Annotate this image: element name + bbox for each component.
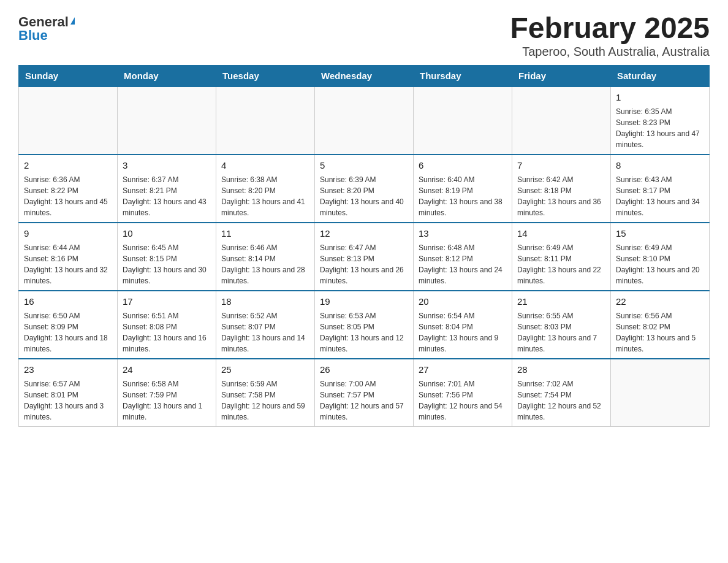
calendar-cell-w2-d1: 2Sunrise: 6:36 AMSunset: 8:22 PMDaylight… xyxy=(19,155,118,223)
header-thursday: Thursday xyxy=(414,65,512,86)
day-number: 16 xyxy=(24,295,112,308)
day-number: 23 xyxy=(24,363,112,376)
day-info: Sunrise: 7:01 AMSunset: 7:56 PMDaylight:… xyxy=(419,378,507,423)
day-number: 12 xyxy=(320,227,408,240)
page-subtitle: Taperoo, South Australia, Australia xyxy=(510,45,710,59)
day-number: 6 xyxy=(419,159,507,172)
day-number: 14 xyxy=(517,227,605,240)
calendar-cell-w3-d1: 9Sunrise: 6:44 AMSunset: 8:16 PMDaylight… xyxy=(19,223,118,291)
day-info: Sunrise: 6:54 AMSunset: 8:04 PMDaylight:… xyxy=(419,310,507,354)
calendar-week-1: 1Sunrise: 6:35 AMSunset: 8:23 PMDaylight… xyxy=(19,86,710,155)
calendar-cell-w4-d6: 21Sunrise: 6:55 AMSunset: 8:03 PMDayligh… xyxy=(512,291,611,359)
day-number: 15 xyxy=(616,227,704,240)
day-number: 7 xyxy=(517,159,605,172)
calendar-cell-w2-d4: 5Sunrise: 6:39 AMSunset: 8:20 PMDaylight… xyxy=(315,155,414,223)
day-info: Sunrise: 6:40 AMSunset: 8:19 PMDaylight:… xyxy=(419,174,507,218)
day-info: Sunrise: 6:52 AMSunset: 8:07 PMDaylight:… xyxy=(221,310,309,354)
title-section: February 2025 Taperoo, South Australia, … xyxy=(510,12,710,59)
calendar-table: SundayMondayTuesdayWednesdayThursdayFrid… xyxy=(18,65,710,427)
calendar-cell-w5-d1: 23Sunrise: 6:57 AMSunset: 8:01 PMDayligh… xyxy=(19,359,118,427)
day-number: 3 xyxy=(123,159,211,172)
day-info: Sunrise: 6:59 AMSunset: 7:58 PMDaylight:… xyxy=(221,378,309,423)
calendar-cell-w1-d3 xyxy=(216,86,315,155)
calendar-cell-w3-d2: 10Sunrise: 6:45 AMSunset: 8:15 PMDayligh… xyxy=(118,223,216,291)
calendar-cell-w5-d2: 24Sunrise: 6:58 AMSunset: 7:59 PMDayligh… xyxy=(118,359,216,427)
day-number: 11 xyxy=(221,227,309,240)
calendar-cell-w1-d6 xyxy=(512,86,611,155)
calendar-cell-w1-d1 xyxy=(19,86,118,155)
calendar-cell-w5-d3: 25Sunrise: 6:59 AMSunset: 7:58 PMDayligh… xyxy=(216,359,315,427)
day-info: Sunrise: 6:35 AMSunset: 8:23 PMDaylight:… xyxy=(616,106,704,150)
day-info: Sunrise: 6:36 AMSunset: 8:22 PMDaylight:… xyxy=(24,174,112,218)
calendar-cell-w3-d4: 12Sunrise: 6:47 AMSunset: 8:13 PMDayligh… xyxy=(315,223,414,291)
calendar-cell-w2-d2: 3Sunrise: 6:37 AMSunset: 8:21 PMDaylight… xyxy=(118,155,216,223)
day-number: 1 xyxy=(616,91,704,104)
day-number: 18 xyxy=(221,295,309,308)
calendar-cell-w4-d5: 20Sunrise: 6:54 AMSunset: 8:04 PMDayligh… xyxy=(414,291,512,359)
calendar-header-row: SundayMondayTuesdayWednesdayThursdayFrid… xyxy=(19,65,710,86)
day-number: 27 xyxy=(419,363,507,376)
calendar-cell-w1-d4 xyxy=(315,86,414,155)
calendar-cell-w2-d7: 8Sunrise: 6:43 AMSunset: 8:17 PMDaylight… xyxy=(611,155,710,223)
day-info: Sunrise: 6:44 AMSunset: 8:16 PMDaylight:… xyxy=(24,242,112,286)
calendar-cell-w4-d1: 16Sunrise: 6:50 AMSunset: 8:09 PMDayligh… xyxy=(19,291,118,359)
calendar-cell-w3-d7: 15Sunrise: 6:49 AMSunset: 8:10 PMDayligh… xyxy=(611,223,710,291)
calendar-cell-w2-d6: 7Sunrise: 6:42 AMSunset: 8:18 PMDaylight… xyxy=(512,155,611,223)
day-number: 20 xyxy=(419,295,507,308)
logo-general-text: General xyxy=(18,15,69,29)
day-number: 21 xyxy=(517,295,605,308)
logo-blue-text: Blue xyxy=(18,29,48,42)
day-number: 22 xyxy=(616,295,704,308)
day-info: Sunrise: 6:39 AMSunset: 8:20 PMDaylight:… xyxy=(320,174,408,218)
day-info: Sunrise: 6:57 AMSunset: 8:01 PMDaylight:… xyxy=(24,378,112,423)
header-monday: Monday xyxy=(118,65,216,86)
calendar-week-4: 16Sunrise: 6:50 AMSunset: 8:09 PMDayligh… xyxy=(19,291,710,359)
day-number: 26 xyxy=(320,363,408,376)
day-info: Sunrise: 6:42 AMSunset: 8:18 PMDaylight:… xyxy=(517,174,605,218)
day-number: 17 xyxy=(123,295,211,308)
day-number: 19 xyxy=(320,295,408,308)
calendar-cell-w5-d5: 27Sunrise: 7:01 AMSunset: 7:56 PMDayligh… xyxy=(414,359,512,427)
calendar-cell-w3-d5: 13Sunrise: 6:48 AMSunset: 8:12 PMDayligh… xyxy=(414,223,512,291)
day-info: Sunrise: 6:45 AMSunset: 8:15 PMDaylight:… xyxy=(123,242,211,286)
day-info: Sunrise: 6:51 AMSunset: 8:08 PMDaylight:… xyxy=(123,310,211,354)
calendar-cell-w4-d7: 22Sunrise: 6:56 AMSunset: 8:02 PMDayligh… xyxy=(611,291,710,359)
day-info: Sunrise: 6:55 AMSunset: 8:03 PMDaylight:… xyxy=(517,310,605,354)
day-info: Sunrise: 7:00 AMSunset: 7:57 PMDaylight:… xyxy=(320,378,408,423)
day-info: Sunrise: 6:49 AMSunset: 8:11 PMDaylight:… xyxy=(517,242,605,286)
day-number: 5 xyxy=(320,159,408,172)
day-info: Sunrise: 6:46 AMSunset: 8:14 PMDaylight:… xyxy=(221,242,309,286)
calendar-cell-w1-d7: 1Sunrise: 6:35 AMSunset: 8:23 PMDaylight… xyxy=(611,86,710,155)
logo-triangle-icon xyxy=(70,17,75,25)
header-friday: Friday xyxy=(512,65,611,86)
calendar-cell-w1-d2 xyxy=(118,86,216,155)
day-info: Sunrise: 6:37 AMSunset: 8:21 PMDaylight:… xyxy=(123,174,211,218)
calendar-cell-w4-d3: 18Sunrise: 6:52 AMSunset: 8:07 PMDayligh… xyxy=(216,291,315,359)
day-number: 8 xyxy=(616,159,704,172)
calendar-cell-w2-d5: 6Sunrise: 6:40 AMSunset: 8:19 PMDaylight… xyxy=(414,155,512,223)
calendar-cell-w4-d2: 17Sunrise: 6:51 AMSunset: 8:08 PMDayligh… xyxy=(118,291,216,359)
day-info: Sunrise: 6:53 AMSunset: 8:05 PMDaylight:… xyxy=(320,310,408,354)
calendar-week-3: 9Sunrise: 6:44 AMSunset: 8:16 PMDaylight… xyxy=(19,223,710,291)
page-title: February 2025 xyxy=(510,12,710,45)
day-number: 2 xyxy=(24,159,112,172)
calendar-cell-w3-d6: 14Sunrise: 6:49 AMSunset: 8:11 PMDayligh… xyxy=(512,223,611,291)
calendar-cell-w3-d3: 11Sunrise: 6:46 AMSunset: 8:14 PMDayligh… xyxy=(216,223,315,291)
day-info: Sunrise: 6:47 AMSunset: 8:13 PMDaylight:… xyxy=(320,242,408,286)
day-number: 24 xyxy=(123,363,211,376)
logo: General Blue xyxy=(18,12,75,42)
day-info: Sunrise: 6:48 AMSunset: 8:12 PMDaylight:… xyxy=(419,242,507,286)
day-number: 10 xyxy=(123,227,211,240)
day-info: Sunrise: 7:02 AMSunset: 7:54 PMDaylight:… xyxy=(517,378,605,423)
calendar-cell-w5-d7 xyxy=(611,359,710,427)
page-header: General Blue February 2025 Taperoo, Sout… xyxy=(18,12,710,59)
calendar-cell-w4-d4: 19Sunrise: 6:53 AMSunset: 8:05 PMDayligh… xyxy=(315,291,414,359)
day-info: Sunrise: 6:58 AMSunset: 7:59 PMDaylight:… xyxy=(123,378,211,423)
header-saturday: Saturday xyxy=(611,65,710,86)
day-number: 9 xyxy=(24,227,112,240)
day-info: Sunrise: 6:49 AMSunset: 8:10 PMDaylight:… xyxy=(616,242,704,286)
day-info: Sunrise: 6:38 AMSunset: 8:20 PMDaylight:… xyxy=(221,174,309,218)
day-number: 25 xyxy=(221,363,309,376)
day-number: 13 xyxy=(419,227,507,240)
header-tuesday: Tuesday xyxy=(216,65,315,86)
